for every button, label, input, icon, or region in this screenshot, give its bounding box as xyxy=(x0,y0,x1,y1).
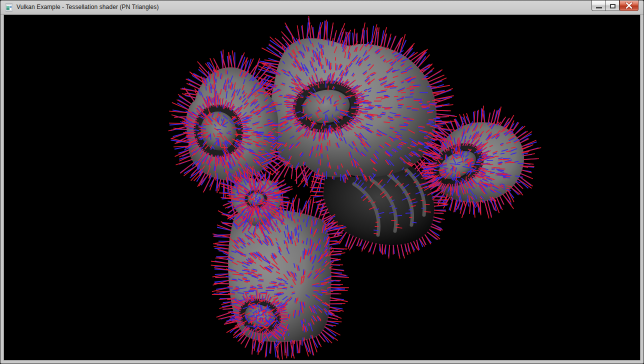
app-icon xyxy=(5,4,13,12)
render-viewport[interactable] xyxy=(4,14,640,360)
window-controls xyxy=(592,0,638,11)
window-title: Vulkan Example - Tessellation shader (PN… xyxy=(16,4,159,11)
maximize-icon xyxy=(610,4,616,8)
app-window: Vulkan Example - Tessellation shader (PN… xyxy=(0,0,644,364)
minimize-icon xyxy=(596,7,602,8)
titlebar[interactable]: Vulkan Example - Tessellation shader (PN… xyxy=(0,0,644,14)
close-button[interactable] xyxy=(620,0,638,11)
close-icon xyxy=(625,2,633,9)
vulkan-render xyxy=(4,15,640,360)
crater xyxy=(295,82,358,132)
minimize-button[interactable] xyxy=(592,0,606,11)
maximize-button[interactable] xyxy=(606,0,620,11)
